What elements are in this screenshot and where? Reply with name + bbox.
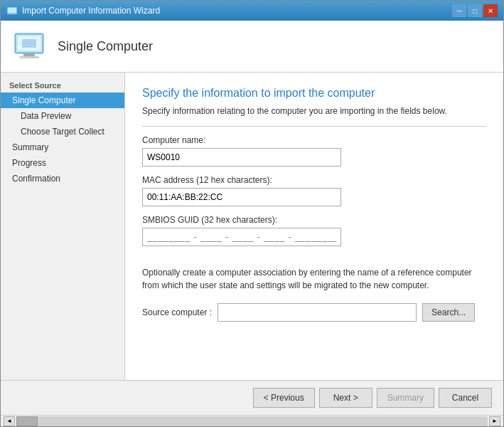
footer: < Previous Next > Summary Cancel — [1, 380, 503, 415]
svg-rect-8 — [22, 39, 36, 48]
main-title: Specify the information to import the co… — [142, 87, 486, 100]
next-button[interactable]: Next > — [319, 388, 372, 408]
main-panel: Specify the information to import the co… — [125, 73, 503, 380]
sidebar: Select Source Single Computer Data Previ… — [1, 73, 125, 380]
computer-name-group: Computer name: — [142, 135, 486, 167]
smbios-label: SMBIOS GUID (32 hex characters): — [142, 215, 486, 225]
content-area: Select Source Single Computer Data Previ… — [1, 73, 503, 380]
mac-address-group: MAC address (12 hex characters): — [142, 175, 486, 206]
main-description: Specify information relating to the comp… — [142, 105, 486, 117]
scroll-left-arrow[interactable]: ◄ — [4, 416, 15, 426]
main-window: Import Computer Information Wizard ─ □ ✕… — [0, 0, 504, 427]
source-row: Source computer : Search... — [142, 303, 486, 322]
association-section: Optionally create a computer association… — [142, 260, 486, 322]
svg-rect-6 — [19, 56, 39, 58]
source-computer-input[interactable] — [218, 303, 417, 322]
scroll-thumb[interactable] — [16, 416, 38, 426]
divider — [142, 126, 486, 127]
computer-name-label: Computer name: — [142, 135, 486, 145]
sidebar-item-single-computer[interactable]: Single Computer — [1, 93, 124, 108]
computer-icon — [12, 29, 46, 63]
svg-rect-2 — [7, 14, 17, 15]
source-label: Source computer : — [142, 307, 212, 317]
sidebar-section-label: Select Source — [1, 78, 124, 93]
close-button[interactable]: ✕ — [483, 4, 498, 17]
svg-rect-5 — [23, 53, 35, 56]
title-bar: Import Computer Information Wizard ─ □ ✕ — [1, 1, 503, 21]
sidebar-item-confirmation[interactable]: Confirmation — [1, 171, 124, 186]
computer-name-input[interactable] — [142, 148, 341, 167]
sidebar-item-summary[interactable]: Summary — [1, 139, 124, 155]
header-area: Single Computer — [1, 21, 503, 73]
summary-button[interactable]: Summary — [377, 388, 434, 408]
smbios-group: SMBIOS GUID (32 hex characters): — [142, 215, 486, 246]
svg-rect-1 — [8, 8, 16, 13]
title-bar-left: Import Computer Information Wizard — [6, 5, 160, 16]
header-title: Single Computer — [58, 39, 153, 54]
scroll-right-arrow[interactable]: ► — [489, 416, 500, 426]
scroll-track — [16, 416, 488, 426]
mac-address-label: MAC address (12 hex characters): — [142, 175, 486, 185]
window-title: Import Computer Information Wizard — [22, 6, 160, 16]
title-controls: ─ □ ✕ — [452, 4, 498, 17]
scrollbar-area: ◄ ► — [1, 415, 503, 426]
sidebar-item-progress[interactable]: Progress — [1, 155, 124, 171]
sidebar-item-choose-target[interactable]: Choose Target Collect — [1, 124, 124, 139]
previous-button[interactable]: < Previous — [253, 388, 315, 408]
mac-address-input[interactable] — [142, 188, 341, 206]
cancel-button[interactable]: Cancel — [439, 388, 492, 408]
association-description: Optionally create a computer association… — [142, 266, 486, 292]
search-button[interactable]: Search... — [422, 303, 475, 322]
sidebar-item-data-preview[interactable]: Data Preview — [1, 108, 124, 124]
smbios-input[interactable] — [142, 228, 341, 246]
window-icon — [6, 5, 18, 16]
maximize-button[interactable]: □ — [468, 4, 482, 17]
minimize-button[interactable]: ─ — [452, 4, 466, 17]
